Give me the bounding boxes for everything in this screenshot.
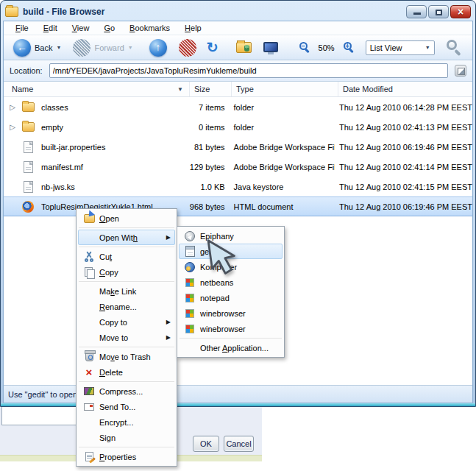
zoom-out-button[interactable]: − (295, 40, 314, 55)
window-title: build - File Browser (23, 7, 402, 17)
context-menu-make-link[interactable]: Make Link (78, 283, 175, 299)
properties-icon (85, 452, 93, 461)
gedit-icon (185, 246, 195, 257)
column-date-modified[interactable]: Date Modified (338, 82, 472, 96)
file-modified: Thu 12 Aug 2010 06:19:46 PM EEST (335, 202, 472, 211)
submenu-winebrowser-1[interactable]: winebrowser (179, 305, 283, 321)
submenu-arrow-icon: ▶ (166, 319, 171, 325)
titlebar[interactable]: build - File Browser × (3, 3, 473, 21)
view-mode-select[interactable]: List View ▼ (366, 40, 435, 55)
status-bar: Use "gedit" to open (4, 385, 472, 403)
submenu-arrow-icon: ▶ (166, 234, 171, 241)
submenu-winebrowser-2[interactable]: winebrowser (179, 321, 283, 336)
forward-button[interactable]: → Forward ▼ (69, 38, 136, 58)
context-menu-cut[interactable]: Cut (78, 249, 175, 264)
minimize-icon (413, 13, 421, 15)
firefox-icon (22, 201, 34, 213)
windows-app-icon (185, 325, 194, 333)
context-menu-sign[interactable]: Sign (78, 430, 175, 445)
cut-icon (84, 251, 94, 262)
cancel-button[interactable]: Cancel (224, 436, 254, 452)
context-menu-encrypt[interactable]: Encrypt... (78, 414, 175, 430)
file-row-manifest-mf[interactable]: manifest.mf 129 bytes Adobe Bridge Works… (4, 157, 472, 177)
submenu-other-application[interactable]: Other Application... (179, 340, 283, 355)
file-name: built-jar.properties (41, 143, 105, 152)
context-menu-move-to[interactable]: Move to ▶ (78, 330, 175, 345)
location-bar: Location: (4, 60, 472, 82)
computer-button[interactable] (260, 42, 282, 54)
menu-separator (79, 347, 174, 347)
column-size[interactable]: Size (190, 82, 232, 96)
back-label: Back (35, 43, 52, 52)
sort-descending-icon: ▼ (177, 86, 183, 93)
kompozer-icon (185, 262, 195, 272)
up-button[interactable]: ↑ (146, 38, 171, 58)
context-menu-open[interactable]: Open (78, 210, 175, 226)
ok-button[interactable]: OK (193, 436, 219, 452)
stop-button[interactable] (175, 38, 200, 58)
menu-help[interactable]: Help (177, 22, 209, 34)
menu-go[interactable]: Go (96, 22, 122, 34)
location-input[interactable] (49, 63, 448, 78)
view-mode-dropdown-icon: ▼ (425, 45, 430, 50)
file-row-built-jar-properties[interactable]: built-jar.properties 81 bytes Adobe Brid… (4, 137, 472, 157)
file-name: nb-jws.ks (41, 183, 75, 191)
menu-separator (79, 381, 174, 382)
back-dropdown-icon[interactable]: ▼ (56, 45, 61, 50)
document-icon (24, 161, 33, 173)
location-edit-icon[interactable] (455, 65, 466, 77)
epiphany-icon (185, 231, 195, 241)
minimize-button[interactable] (406, 5, 427, 18)
reload-button[interactable]: ↻ (203, 38, 222, 57)
file-row-html-selected[interactable]: TopluResimDegistirYukle1.html 968 bytes … (4, 196, 472, 216)
submenu-notepad[interactable]: notepad (179, 290, 283, 305)
forward-label: Forward (94, 43, 124, 52)
close-button[interactable]: × (450, 5, 471, 18)
file-modified: Thu 12 Aug 2010 02:41:15 PM EEST (335, 183, 472, 191)
menu-file[interactable]: File (8, 22, 36, 34)
file-type: HTML document (230, 202, 335, 211)
copy-icon (85, 267, 94, 277)
file-row-empty[interactable]: ▷ empty 0 items folder Thu 12 Aug 2010 0… (4, 117, 472, 137)
view-mode-value: List View (370, 43, 425, 52)
context-menu-properties[interactable]: Properties (78, 449, 175, 464)
menubar: File Edit View Go Bookmarks Help (4, 21, 472, 35)
expander-icon[interactable]: ▷ (4, 103, 21, 111)
windows-app-icon (185, 278, 194, 287)
context-menu: Open Open With ▶ Cut Copy Make Link Rena… (76, 208, 177, 467)
context-menu-send-to[interactable]: Send To... (78, 399, 175, 414)
file-size: 129 bytes (188, 163, 229, 171)
back-button[interactable]: ← Back ▼ (10, 38, 65, 58)
file-row-classes[interactable]: ▷ classes 7 items folder Thu 12 Aug 2010… (4, 97, 472, 117)
document-icon (24, 181, 33, 193)
forward-dropdown-icon: ▼ (128, 45, 133, 50)
restore-button[interactable] (428, 5, 449, 18)
menu-separator (79, 227, 174, 228)
column-name[interactable]: Name ▼ (4, 82, 190, 96)
location-label: Location: (10, 66, 43, 75)
search-button[interactable] (445, 39, 463, 57)
context-menu-move-to-trash[interactable]: Move to Trash (78, 349, 175, 364)
context-menu-open-with[interactable]: Open With ▶ (78, 230, 175, 245)
context-menu-delete[interactable]: × Delete (78, 364, 175, 380)
menu-view[interactable]: View (65, 22, 97, 34)
window-folder-icon (5, 7, 18, 17)
folder-icon (22, 102, 35, 112)
home-button[interactable] (232, 40, 255, 54)
home-folder-icon (236, 42, 252, 53)
column-type[interactable]: Type (232, 82, 338, 96)
context-menu-copy-to[interactable]: Copy to ▶ (78, 314, 175, 330)
menu-edit[interactable]: Edit (36, 22, 65, 34)
zoom-in-button[interactable]: + (339, 40, 358, 55)
column-headers: Name ▼ Size Type Date Modified (4, 82, 472, 97)
file-row-nb-jws-ks[interactable]: nb-jws.ks 1.0 KB Java keystore Thu 12 Au… (4, 177, 472, 196)
trash-icon (85, 352, 93, 361)
context-menu-compress[interactable]: Compress... (78, 383, 175, 399)
file-size: 0 items (188, 123, 229, 132)
close-icon: × (451, 6, 470, 18)
file-type: Java keystore (230, 183, 335, 191)
context-menu-copy[interactable]: Copy (78, 264, 175, 280)
expander-icon[interactable]: ▷ (4, 123, 21, 131)
context-menu-rename[interactable]: Rename... (78, 299, 175, 314)
menu-bookmarks[interactable]: Bookmarks (122, 22, 177, 34)
